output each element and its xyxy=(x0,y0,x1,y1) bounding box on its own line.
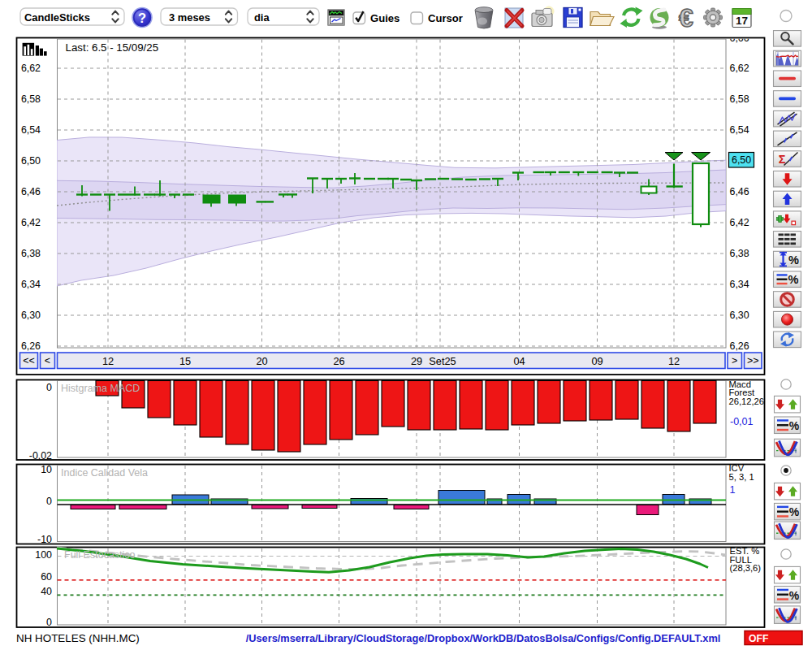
svg-text:40: 40 xyxy=(41,586,52,597)
svg-text:6,42: 6,42 xyxy=(730,217,749,228)
svg-text:<: < xyxy=(45,355,50,366)
svg-text:(28,3,6): (28,3,6) xyxy=(730,563,762,573)
svg-text:6,34: 6,34 xyxy=(730,279,749,290)
svg-text:%: % xyxy=(789,589,800,602)
svg-text:6,34: 6,34 xyxy=(21,279,41,290)
svg-text:0: 0 xyxy=(46,496,52,507)
svg-text:Set25: Set25 xyxy=(429,355,456,367)
svg-text:>>: >> xyxy=(747,355,759,366)
svg-text:6,50: 6,50 xyxy=(732,154,751,166)
svg-text:10: 10 xyxy=(41,464,52,475)
svg-text:17: 17 xyxy=(736,15,748,27)
svg-text:5, 3, 1: 5, 3, 1 xyxy=(729,472,754,482)
svg-text:%: % xyxy=(789,505,800,518)
svg-text:0: 0 xyxy=(46,617,52,628)
svg-text:09: 09 xyxy=(591,355,603,367)
svg-text:dia: dia xyxy=(254,11,270,24)
svg-text:%: % xyxy=(788,254,799,266)
svg-text:6,42: 6,42 xyxy=(21,217,41,228)
svg-text:0: 0 xyxy=(46,382,52,393)
svg-text:Guies: Guies xyxy=(370,12,400,24)
svg-text:100: 100 xyxy=(35,549,52,561)
svg-text:-0,02: -0,02 xyxy=(29,450,52,462)
svg-text:3 meses: 3 meses xyxy=(169,11,210,24)
svg-text:€: € xyxy=(679,3,693,32)
svg-text:15: 15 xyxy=(179,355,191,367)
svg-text:6,62: 6,62 xyxy=(21,63,41,74)
svg-text:6,58: 6,58 xyxy=(730,93,749,105)
svg-text:6,38: 6,38 xyxy=(730,248,749,259)
svg-text:%: % xyxy=(788,273,799,286)
svg-text:6,58: 6,58 xyxy=(21,93,41,105)
svg-text:6,30: 6,30 xyxy=(730,310,749,321)
svg-text:6,50: 6,50 xyxy=(21,155,41,167)
svg-text:1: 1 xyxy=(730,484,736,496)
svg-text:OFF: OFF xyxy=(749,633,768,644)
svg-text:NH HOTELES (NHH.MC): NH HOTELES (NHH.MC) xyxy=(16,632,140,644)
svg-text:12: 12 xyxy=(102,355,114,367)
svg-text:20: 20 xyxy=(256,355,267,367)
svg-text:Full Estocastico: Full Estocastico xyxy=(64,549,136,561)
svg-text:>: > xyxy=(732,355,737,366)
svg-text:6,54: 6,54 xyxy=(21,124,41,136)
svg-text:6,62: 6,62 xyxy=(730,63,749,74)
svg-text:Last: 6.5 - 15/09/25: Last: 6.5 - 15/09/25 xyxy=(66,41,159,54)
svg-text:Cursor: Cursor xyxy=(428,12,463,24)
svg-text:<<: << xyxy=(23,355,35,366)
svg-text:6,38: 6,38 xyxy=(21,248,41,259)
svg-text:60: 60 xyxy=(41,571,52,583)
svg-text:6,46: 6,46 xyxy=(730,186,749,197)
svg-text:-10: -10 xyxy=(37,534,52,545)
svg-text:/Users/mserra/Library/CloudSto: /Users/mserra/Library/CloudStorage/Dropb… xyxy=(246,632,721,644)
svg-text:6,46: 6,46 xyxy=(21,186,41,197)
svg-text:26,12,26: 26,12,26 xyxy=(729,396,765,406)
svg-text:%: % xyxy=(789,419,800,432)
svg-text:-0,01: -0,01 xyxy=(730,416,754,427)
svg-text:Histgrama MACD: Histgrama MACD xyxy=(61,383,140,394)
svg-text:6,26: 6,26 xyxy=(730,340,749,352)
svg-text:6,26: 6,26 xyxy=(21,340,41,352)
svg-text:?: ? xyxy=(138,11,146,25)
svg-text:Σ: Σ xyxy=(779,153,786,166)
svg-text:26: 26 xyxy=(333,355,344,367)
svg-text:12: 12 xyxy=(668,355,680,367)
svg-text:6,30: 6,30 xyxy=(21,310,41,321)
svg-text:29: 29 xyxy=(411,355,422,367)
svg-text:Indice Calidad Vela: Indice Calidad Vela xyxy=(61,467,148,479)
svg-text:6,54: 6,54 xyxy=(730,124,749,136)
svg-text:CandleSticks: CandleSticks xyxy=(24,11,90,24)
svg-text:04: 04 xyxy=(513,355,525,367)
